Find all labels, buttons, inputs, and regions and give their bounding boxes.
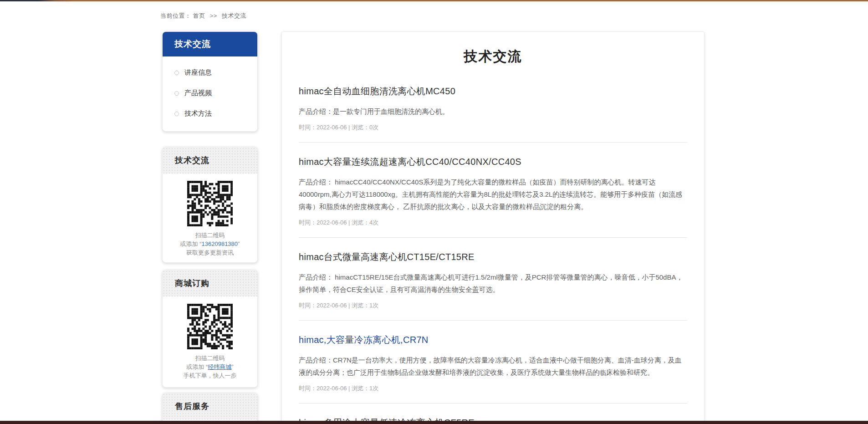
sidebar-item-lecture-info[interactable]: 讲座信息	[163, 62, 257, 83]
breadcrumb-current: 技术交流	[222, 12, 246, 19]
qr-code-mall	[187, 304, 233, 349]
article-title-link[interactable]: himac台式微量高速离心机CT15E/CT15RE	[299, 251, 687, 263]
top-accent-line	[0, 0, 868, 1]
article-intro: 产品介绍：是一款专门用于血细胞清洗的离心机。	[299, 105, 687, 117]
article-item: himac,大容量冷冻离心机,CR7N 产品介绍：CR7N是一台功率大，使用方便…	[299, 334, 687, 404]
article-list: himac全自动血细胞清洗离心机MC450 产品介绍：是一款专门用于血细胞清洗的…	[299, 85, 687, 424]
qr-caption-line: 或添加 “13620981380”	[163, 240, 257, 248]
qr-caption-line: 手机下单，快人一步	[163, 371, 257, 380]
article-meta: 时间：2022-06-06 | 浏览：1次	[299, 384, 687, 393]
qr-caption-suffix: ”	[238, 240, 240, 247]
article-meta: 时间：2022-06-06 | 浏览：4次	[299, 219, 687, 227]
article-meta: 时间：2022-06-06 | 浏览：0次	[299, 123, 687, 132]
article-item: himac全自动血细胞清洗离心机MC450 产品介绍：是一款专门用于血细胞清洗的…	[299, 85, 687, 143]
article-title-link[interactable]: himac大容量连续流超速离心机CC40/CC40NX/CC40S	[299, 156, 687, 168]
qr-caption: 扫描二维码 或添加 “经纬商城” 手机下单，快人一步	[163, 354, 257, 380]
sidebar-item-label: 产品视频	[184, 89, 212, 97]
sidebar-nav-title: 技术交流	[163, 32, 257, 56]
main-panel: 技术交流 himac全自动血细胞清洗离心机MC450 产品介绍：是一款专门用于血…	[281, 31, 705, 424]
after-sales-card: 售后服务	[162, 393, 258, 424]
qr-caption-line: 或添加 “经纬商城”	[163, 363, 257, 371]
bottom-accent-bar	[0, 421, 868, 424]
qr-caption-suffix: ”	[231, 363, 233, 370]
qr-card-title: 技术交流	[163, 147, 257, 174]
qr-caption-prefix: 或添加 “	[186, 363, 208, 370]
sidebar-item-technical-method[interactable]: 技术方法	[163, 103, 257, 124]
qr-caption-line: 扫描二维码	[163, 354, 257, 363]
circle-bullet-icon	[174, 71, 179, 75]
breadcrumb-separator: >>	[210, 12, 217, 19]
article-intro: 产品介绍： himacCT15RE/15E台式微量高速离心机可进行1.5/2ml…	[299, 271, 687, 296]
circle-bullet-icon	[174, 112, 179, 116]
qr-card-technical-exchange: 技术交流 扫描二维码 或添加 “13620981380” 获取更多更新资讯	[162, 147, 258, 263]
article-intro: 产品介绍： himacCC40/CC40NX/CC40S系列是为了纯化大容量的微…	[299, 176, 687, 213]
sidebar-item-label: 讲座信息	[184, 68, 212, 77]
sidebar-item-label: 技术方法	[184, 109, 212, 118]
qr-card-title: 商城订购	[163, 270, 257, 296]
breadcrumb: 当前位置： 首页 >> 技术交流	[160, 12, 246, 20]
article-title-link[interactable]: himac全自动血细胞清洗离心机MC450	[299, 85, 687, 97]
qr-caption: 扫描二维码 或添加 “13620981380” 获取更多更新资讯	[163, 231, 257, 257]
mall-link[interactable]: 经纬商城	[208, 363, 231, 370]
sidebar-nav-card: 技术交流 讲座信息 产品视频 技术方法	[162, 31, 258, 132]
circle-bullet-icon	[174, 91, 179, 96]
article-intro: 产品介绍：CR7N是一台功率大，使用方便，故障率低的大容量冷冻离心机，适合血液中…	[299, 354, 687, 378]
qr-card-mall-order: 商城订购 扫描二维码 或添加 “经纬商城” 手机下单，快人一步	[162, 270, 258, 388]
article-item: himac大容量连续流超速离心机CC40/CC40NX/CC40S 产品介绍： …	[299, 156, 687, 238]
after-sales-title: 售后服务	[163, 393, 257, 419]
page-title: 技术交流	[299, 47, 687, 66]
article-title-link[interactable]: himac,大容量冷冻离心机,CR7N	[299, 334, 687, 346]
sidebar-nav-list: 讲座信息 产品视频 技术方法	[163, 56, 257, 124]
breadcrumb-label: 当前位置：	[160, 12, 191, 19]
qr-caption-line: 扫描二维码	[163, 231, 257, 240]
phone-number: 13620981380	[202, 240, 238, 247]
qr-caption-line: 获取更多更新资讯	[163, 248, 257, 257]
article-meta: 时间：2022-06-06 | 浏览：1次	[299, 301, 687, 310]
sidebar-item-product-video[interactable]: 产品视频	[163, 83, 257, 103]
article-item: himac台式微量高速离心机CT15E/CT15RE 产品介绍： himacCT…	[299, 251, 687, 321]
qr-code-technical-exchange	[187, 181, 233, 226]
breadcrumb-home-link[interactable]: 首页	[193, 12, 205, 19]
qr-caption-prefix: 或添加 “	[180, 240, 202, 247]
